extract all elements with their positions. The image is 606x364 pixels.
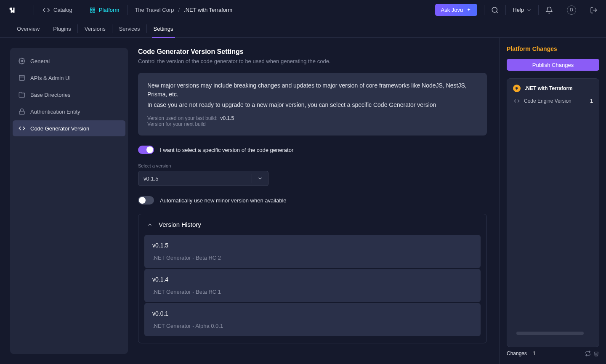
tab-settings[interactable]: Settings [147,20,180,37]
info-text: New major versions may include breaking … [147,81,478,99]
page-content: Code Generator Version Settings Control … [138,48,489,354]
change-item[interactable]: Code Engine Version 1 [513,98,593,104]
changes-count: 1 [533,351,536,356]
version-card[interactable]: v0.1.4 .NET Generator - Beta RC 1 [144,269,481,302]
api-icon [19,74,25,81]
breadcrumb: The Travel Corp / .NET with Terraform [135,7,232,13]
version-number: v0.0.1 [152,310,473,317]
right-panel: Platform Changes Publish Changes ✱ .NET … [500,38,606,364]
info-box: New major versions may include breaking … [138,73,487,136]
ask-jovu-button[interactable]: Ask Jovu [435,4,478,16]
nav-platform[interactable]: Platform [88,7,121,13]
toggle-specific-version[interactable] [138,146,154,154]
divider [81,5,81,15]
version-number: v0.1.4 [152,276,473,283]
code-icon [19,125,25,132]
version-card[interactable]: v0.1.5 .NET Generator - Beta RC 2 [144,235,481,268]
divider [560,5,560,15]
nav-platform-label: Platform [99,7,119,13]
version-number: v0.1.5 [152,242,473,249]
select-value: v0.1.5 [144,175,247,182]
sidebar-item-label: APIs & Admin UI [30,75,71,81]
svg-rect-0 [90,8,92,9]
info-text: In case you are not ready to upgrade to … [147,101,478,109]
svg-rect-8 [19,75,24,80]
svg-line-5 [497,11,498,13]
tab-plugins[interactable]: Plugins [46,20,78,37]
page-title: Code Generator Version Settings [138,48,487,56]
sidebar-item-label: Code Generator Version [30,125,89,132]
lock-icon [19,108,25,115]
gear-icon [19,58,25,64]
tab-services[interactable]: Services [112,20,147,37]
logout-icon[interactable] [590,6,598,14]
breadcrumb-project[interactable]: .NET with Terraform [184,7,232,13]
publish-button[interactable]: Publish Changes [507,59,599,71]
sidebar-item-auth[interactable]: Authentication Entity [13,104,125,120]
last-build-label: Version used on your last build: [147,115,218,121]
divider [484,5,484,15]
help-label: Help [513,7,524,13]
ask-jovu-label: Ask Jovu [441,7,463,13]
sidebar-item-base-dirs[interactable]: Base Directories [13,87,125,103]
topbar: Catalog Platform The Travel Corp / .NET … [0,0,606,20]
version-desc: .NET Generator - Alpha 0.0.1 [152,323,473,329]
folder-icon [19,91,25,98]
sidebar-item-label: Base Directories [30,92,70,98]
version-select[interactable]: v0.1.5 [138,171,268,186]
tabbar: Overview Plugins Versions Services Setti… [0,20,606,38]
app-logo[interactable] [8,6,17,14]
breadcrumb-org[interactable]: The Travel Corp [135,7,174,13]
version-history: Version History v0.1.5 .NET Generator - … [138,214,487,343]
next-build-label: Version for your next build [147,121,206,127]
svg-rect-2 [90,11,92,12]
breadcrumb-sep: / [178,7,180,13]
version-desc: .NET Generator - Beta RC 1 [152,289,473,295]
search-icon[interactable] [491,6,499,14]
changes-label: Changes [507,351,527,356]
divider [34,5,34,15]
toggle-label: I want to select a specific version of t… [160,147,293,153]
chevron-down-icon [257,175,263,181]
divider [128,5,128,15]
scrollbar[interactable] [516,332,584,335]
sidebar-item-label: Authentication Entity [30,109,80,115]
last-build-value: v0.1.5 [220,115,234,121]
avatar[interactable]: D [567,5,576,15]
svg-point-4 [492,7,497,12]
change-label: Code Engine Version [524,98,571,104]
version-history-title: Version History [159,221,201,228]
project-name: .NET with Terraform [525,85,573,91]
nav-catalog[interactable]: Catalog [41,6,74,14]
divider [583,5,583,15]
toggle-label: Automatically use new minor version when… [160,197,287,204]
toggle-auto-minor[interactable] [138,196,154,205]
sidebar-item-code-generator[interactable]: Code Generator Version [13,120,125,136]
project-icon: ✱ [513,85,521,92]
version-history-header[interactable]: Version History [138,214,486,235]
chevron-up-icon [147,222,153,228]
version-card[interactable]: v0.0.1 .NET Generator - Alpha 0.0.1 [144,303,481,336]
nav-catalog-label: Catalog [53,7,72,13]
version-desc: .NET Generator - Beta RC 2 [152,255,473,261]
page-subtitle: Control the version of the code generato… [138,58,487,64]
change-count: 1 [590,98,593,104]
right-panel-title: Platform Changes [507,45,599,52]
divider [538,5,539,15]
changes-list: ✱ .NET with Terraform Code Engine Versio… [507,78,599,347]
sidebar-item-label: General [30,58,50,64]
svg-rect-10 [19,111,24,114]
bell-icon[interactable] [545,6,553,14]
trash-icon[interactable] [593,351,599,356]
sidebar-item-general[interactable]: General [13,53,125,69]
compare-icon[interactable] [585,351,591,356]
sidebar-item-apis[interactable]: APIs & Admin UI [13,70,125,86]
select-label: Select a version [138,163,487,168]
code-icon [514,98,520,104]
tab-overview[interactable]: Overview [10,20,46,37]
help-menu[interactable]: Help [513,7,532,13]
tab-versions[interactable]: Versions [78,20,112,37]
svg-rect-1 [93,8,95,9]
svg-rect-3 [93,11,95,12]
settings-sidebar: General APIs & Admin UI Base Directories… [10,48,128,354]
